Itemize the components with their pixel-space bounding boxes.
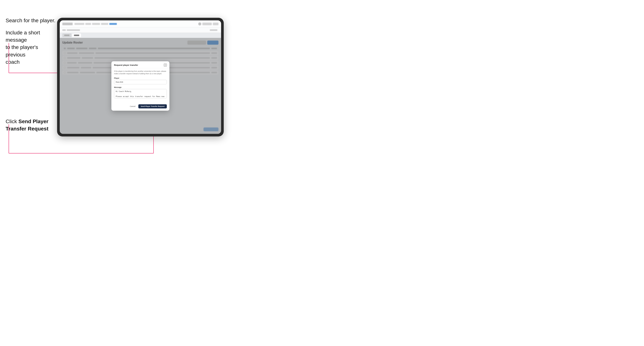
sub-header xyxy=(60,27,221,33)
nav-bar xyxy=(60,20,221,27)
player-input[interactable] xyxy=(114,80,167,84)
tablet-device: Update Roster xyxy=(57,18,224,137)
cancel-button[interactable]: Cancel xyxy=(128,105,137,108)
main-content: Update Roster xyxy=(60,38,221,134)
request-transfer-modal: Request player transfer × If the player … xyxy=(112,61,170,111)
nav-item-4 xyxy=(101,23,108,25)
nav-item-1 xyxy=(74,23,84,25)
nav-right xyxy=(198,22,218,25)
modal-overlay: Request player transfer × If the player … xyxy=(60,38,221,134)
annotation-click: Click Send PlayerTransfer Request xyxy=(6,118,56,132)
modal-header: Request player transfer × xyxy=(112,61,170,68)
breadcrumb-icon xyxy=(62,29,66,31)
tab-bar xyxy=(60,33,221,38)
modal-title: Request player transfer xyxy=(114,64,138,66)
tab-1 xyxy=(62,33,71,37)
nav-items xyxy=(74,23,196,25)
modal-body: If the player is transferring from anoth… xyxy=(112,68,170,103)
nav-logo xyxy=(62,23,73,25)
nav-avatar xyxy=(198,22,201,25)
nav-btn xyxy=(202,23,212,25)
nav-btn2 xyxy=(213,23,218,25)
modal-description: If the player is transferring from anoth… xyxy=(114,70,167,75)
breadcrumb-action xyxy=(210,29,217,31)
message-label: Message xyxy=(114,86,167,88)
nav-item-5-active xyxy=(109,23,117,25)
send-transfer-request-button[interactable]: Send Player Transfer Request xyxy=(138,104,167,108)
modal-footer: Cancel Send Player Transfer Request xyxy=(112,103,170,111)
modal-close-button[interactable]: × xyxy=(164,64,167,67)
player-label: Player xyxy=(114,77,167,79)
nav-item-2 xyxy=(85,23,91,25)
message-textarea[interactable]: Hi Coach McHarg, Please accept this tran… xyxy=(114,89,167,98)
annotation-message: Include a short messageto the player's p… xyxy=(6,29,56,66)
breadcrumb-text xyxy=(67,29,80,31)
tab-2-active xyxy=(72,33,81,37)
annotation-search: Search for the player. xyxy=(6,17,56,24)
nav-item-3 xyxy=(92,23,100,25)
tablet-screen: Update Roster xyxy=(60,20,221,134)
